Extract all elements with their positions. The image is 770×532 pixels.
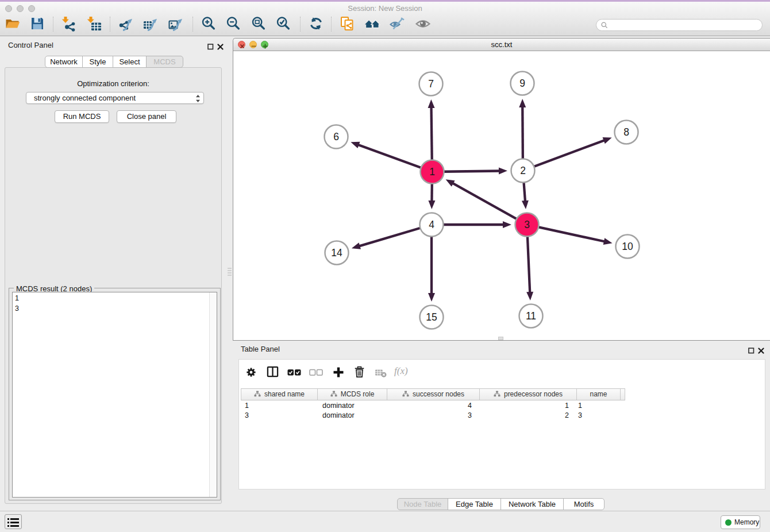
close-panel-button[interactable]: Close panel — [117, 110, 176, 123]
criterion-select[interactable]: strongly connected component — [26, 92, 204, 104]
export-table-icon[interactable] — [143, 16, 159, 32]
cell-predecessor-nodes[interactable]: 2 — [479, 411, 576, 421]
column-header-predecessor-nodes[interactable]: predecessor nodes — [480, 389, 577, 400]
node-3[interactable]: 3 — [515, 213, 539, 237]
node-15[interactable]: 15 — [420, 306, 444, 329]
home-views-icon[interactable] — [364, 16, 380, 32]
tab-mcds[interactable]: MCDS — [146, 56, 183, 68]
delete-table-icon[interactable] — [375, 368, 387, 380]
edge-2-3[interactable] — [522, 183, 529, 209]
edge-2-8[interactable] — [534, 137, 612, 167]
mcds-result-item[interactable]: 1 — [15, 294, 19, 304]
node-8[interactable]: 8 — [615, 121, 638, 144]
show-all-icon[interactable] — [415, 16, 431, 32]
clone-network-icon[interactable] — [340, 16, 356, 32]
import-table-icon[interactable] — [86, 16, 102, 32]
node-14[interactable]: 14 — [325, 241, 349, 265]
window-title: Session: New Session — [0, 4, 770, 13]
edge-4-3[interactable] — [444, 221, 511, 228]
search-box[interactable] — [596, 19, 763, 31]
column-header-successor-nodes[interactable]: successor nodes — [387, 389, 480, 400]
column-header-MCDS-role[interactable]: MCDS role — [318, 389, 387, 400]
tab-style[interactable]: Style — [82, 56, 113, 68]
zoom-fit-icon[interactable] — [251, 16, 267, 32]
zoom-in-icon[interactable] — [201, 16, 217, 32]
tab-motifs[interactable]: Motifs — [563, 498, 605, 510]
deselect-all-rows-icon[interactable] — [309, 368, 323, 379]
hide-selected-icon[interactable] — [389, 16, 405, 32]
close-table-panel-icon[interactable] — [758, 346, 765, 353]
run-mcds-button[interactable]: Run MCDS — [55, 110, 109, 123]
network-canvas[interactable]: 7968124314101511 — [233, 51, 770, 340]
column-header-name[interactable]: name — [577, 389, 621, 400]
search-input[interactable] — [610, 20, 757, 30]
table-row-3[interactable]: 3dominator323 — [241, 411, 625, 421]
node-6[interactable]: 6 — [325, 125, 348, 149]
float-panel-icon[interactable] — [207, 42, 214, 49]
refresh-view-icon[interactable] — [308, 16, 324, 32]
result-scrollbar[interactable] — [209, 292, 217, 497]
splitter-grip[interactable] — [228, 268, 232, 276]
edge-1-4[interactable] — [428, 184, 435, 209]
tab-network-table[interactable]: Network Table — [500, 498, 564, 510]
svg-text:14: 14 — [331, 247, 342, 259]
cell-successor-nodes[interactable]: 4 — [387, 401, 479, 411]
cell-predecessor-nodes[interactable]: 1 — [479, 401, 576, 411]
memory-button[interactable]: Memory — [721, 515, 760, 529]
export-image-icon[interactable] — [168, 16, 184, 32]
edge-2-9[interactable] — [519, 99, 526, 159]
zoom-out-icon[interactable] — [225, 16, 241, 32]
edge-1-2[interactable] — [444, 168, 507, 175]
edge-3-10[interactable] — [539, 227, 613, 244]
node-4[interactable]: 4 — [420, 213, 444, 237]
edge-4-15[interactable] — [428, 237, 435, 302]
tab-edge-table[interactable]: Edge Table — [448, 498, 501, 510]
edge-3-11[interactable] — [526, 237, 533, 300]
table-header-row: shared nameMCDS rolesuccessor nodesprede… — [241, 388, 625, 400]
node-1[interactable]: 1 — [421, 160, 444, 184]
edge-1-7[interactable] — [428, 99, 435, 160]
add-icon[interactable] — [333, 367, 344, 380]
edge-1-6[interactable] — [351, 142, 421, 168]
open-session-icon[interactable] — [5, 16, 21, 32]
node-11[interactable]: 11 — [519, 304, 543, 328]
table-row-1[interactable]: 1dominator411 — [241, 401, 625, 411]
node-2[interactable]: 2 — [511, 159, 535, 183]
float-table-panel-icon[interactable] — [748, 346, 755, 353]
columns-icon[interactable] — [267, 366, 279, 380]
panel-list-button[interactable] — [5, 514, 22, 529]
select-all-rows-icon[interactable] — [287, 368, 301, 379]
save-session-icon[interactable] — [29, 16, 45, 32]
function-builder-icon[interactable]: f(x) — [394, 365, 408, 377]
cell-MCDS-role[interactable]: dominator — [317, 411, 387, 421]
window-titlebar: Session: New Session — [0, 2, 770, 36]
edge-3-1[interactable] — [446, 179, 517, 219]
delete-icon[interactable] — [354, 366, 365, 380]
control-panel-tabs: NetworkStyleSelectMCDS — [0, 56, 226, 68]
cell-successor-nodes[interactable]: 3 — [387, 411, 479, 421]
cell-shared-name[interactable]: 1 — [241, 401, 317, 411]
node-10[interactable]: 10 — [616, 235, 640, 259]
node-9[interactable]: 9 — [511, 72, 534, 95]
edge-4-14[interactable] — [352, 228, 420, 249]
mcds-result-list[interactable]: 13 — [12, 292, 217, 498]
tab-node-table[interactable]: Node Table — [397, 498, 448, 510]
settings-gear-icon[interactable] — [245, 367, 257, 380]
zoom-selected-icon[interactable] — [275, 16, 291, 32]
canvas-grip[interactable] — [498, 337, 503, 340]
close-panel-icon[interactable] — [217, 42, 224, 49]
column-header-shared-name[interactable]: shared name — [241, 389, 318, 400]
svg-text:9: 9 — [519, 78, 525, 89]
tab-select[interactable]: Select — [113, 56, 147, 68]
cell-shared-name[interactable]: 3 — [241, 411, 317, 421]
cell-name[interactable]: 1 — [576, 401, 620, 411]
mcds-result-item[interactable]: 3 — [15, 304, 19, 314]
svg-text:4: 4 — [429, 219, 434, 230]
cell-MCDS-role[interactable]: dominator — [317, 401, 387, 411]
export-network-icon[interactable] — [118, 16, 134, 32]
node-7[interactable]: 7 — [419, 72, 443, 96]
tab-network[interactable]: Network — [45, 56, 83, 68]
network-window-title: scc.txt — [233, 40, 770, 49]
cell-name[interactable]: 3 — [576, 411, 620, 421]
import-network-icon[interactable] — [61, 16, 77, 32]
